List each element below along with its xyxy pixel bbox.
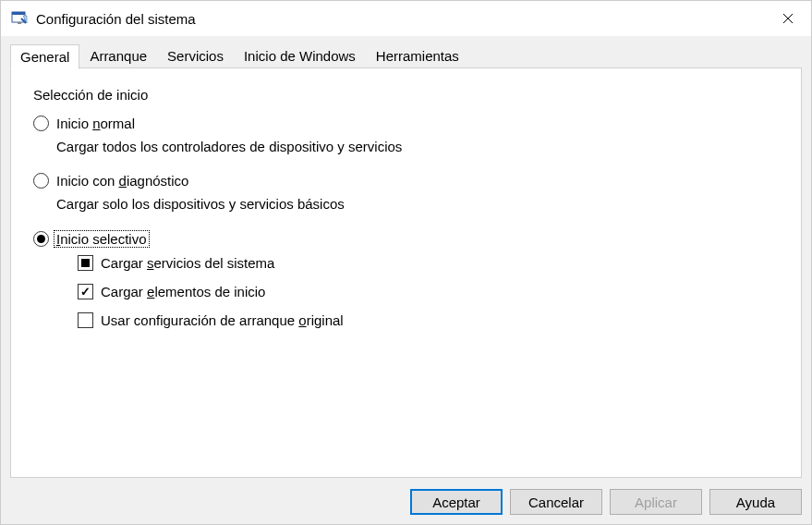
checkbox-startup-row: Cargar elementos de inicio (78, 284, 779, 299)
checkbox-bootcfg-label[interactable]: Usar configuración de arranque original (101, 312, 344, 328)
titlebar: Configuración del sistema (1, 1, 811, 36)
button-bar: Aceptar Cancelar Aplicar Ayuda (10, 478, 802, 515)
radio-normal[interactable] (33, 116, 49, 131)
checkbox-services-row: Cargar servicios del sistema (78, 255, 779, 271)
radio-selective-label[interactable]: Inicio selectivo (54, 230, 150, 248)
system-config-window: Configuración del sistema General Arranq… (0, 0, 812, 525)
help-button[interactable]: Ayuda (709, 489, 802, 515)
checkbox-load-startup-items[interactable] (78, 284, 93, 299)
radio-normal-row: Inicio normal (33, 116, 779, 131)
tab-servicios[interactable]: Servicios (157, 43, 234, 67)
tab-general[interactable]: General (10, 44, 79, 69)
tab-inicio-windows[interactable]: Inicio de Windows (234, 43, 366, 67)
selective-options: Cargar servicios del sistema Cargar elem… (78, 255, 779, 328)
startup-selection-group: Selección de inicio Inicio normal Cargar… (33, 87, 779, 328)
tab-strip: General Arranque Servicios Inicio de Win… (10, 43, 802, 67)
radio-selective-row: Inicio selectivo (33, 230, 779, 248)
svg-rect-2 (18, 22, 21, 24)
checkbox-load-system-services[interactable] (78, 255, 93, 271)
radio-diag-desc: Cargar solo los dispositivos y servicios… (56, 196, 779, 212)
apply-button: Aplicar (610, 489, 702, 515)
group-legend: Selección de inicio (33, 87, 779, 103)
close-button[interactable] (765, 1, 811, 36)
radio-diag-row: Inicio con diagnóstico (33, 173, 779, 189)
window-title: Configuración del sistema (36, 11, 765, 27)
app-icon (10, 9, 29, 28)
tab-arranque[interactable]: Arranque (79, 43, 157, 67)
ok-button[interactable]: Aceptar (410, 489, 503, 515)
close-icon (782, 13, 794, 24)
radio-normal-label[interactable]: Inicio normal (56, 116, 135, 131)
svg-rect-1 (12, 12, 25, 15)
checkbox-use-original-bootcfg[interactable] (78, 312, 93, 328)
radio-normal-desc: Cargar todos los controladores de dispos… (56, 139, 779, 154)
cancel-button[interactable]: Cancelar (510, 489, 602, 515)
content-area: General Arranque Servicios Inicio de Win… (1, 36, 811, 524)
checkbox-startup-label[interactable]: Cargar elementos de inicio (101, 284, 265, 299)
tab-herramientas[interactable]: Herramientas (366, 43, 469, 67)
radio-selective[interactable] (33, 231, 49, 247)
checkbox-services-label[interactable]: Cargar servicios del sistema (101, 255, 274, 271)
tab-panel-general: Selección de inicio Inicio normal Cargar… (10, 67, 802, 478)
radio-diagnostic-label[interactable]: Inicio con diagnóstico (56, 173, 188, 189)
checkbox-bootcfg-row: Usar configuración de arranque original (78, 312, 779, 328)
radio-diagnostic[interactable] (33, 173, 49, 189)
